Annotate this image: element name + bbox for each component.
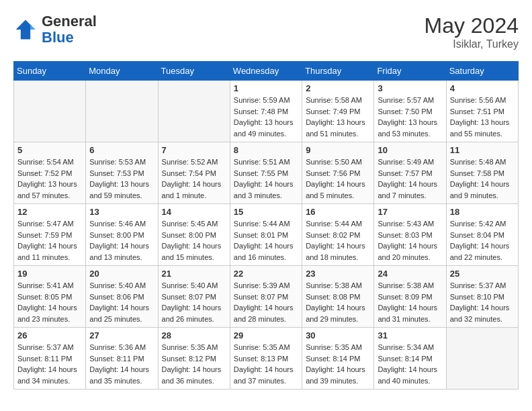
day-number: 5	[17, 145, 82, 155]
day-info: Sunrise: 5:35 AMSunset: 8:13 PMDaylight:…	[234, 342, 298, 386]
day-info: Sunrise: 5:36 AMSunset: 8:11 PMDaylight:…	[89, 342, 154, 386]
day-number: 19	[17, 269, 82, 279]
day-info: Sunrise: 5:50 AMSunset: 7:56 PMDaylight:…	[306, 156, 370, 201]
day-info: Sunrise: 5:56 AMSunset: 7:51 PMDaylight:…	[450, 95, 515, 139]
calendar-day-cell	[446, 328, 518, 390]
calendar-week-row: 5Sunrise: 5:54 AMSunset: 7:52 PMDaylight…	[14, 142, 519, 204]
logo-text: General Blue	[42, 13, 97, 46]
page-header: General Blue May 2024 Isiklar, Turkey	[13, 13, 519, 50]
day-header: Saturday	[446, 62, 518, 81]
day-number: 8	[234, 145, 298, 155]
day-number: 25	[450, 269, 515, 279]
day-info: Sunrise: 5:39 AMSunset: 8:07 PMDaylight:…	[234, 280, 298, 324]
calendar-day-cell: 9Sunrise: 5:50 AMSunset: 7:56 PMDaylight…	[302, 142, 374, 204]
calendar-day-cell: 12Sunrise: 5:47 AMSunset: 7:59 PMDayligh…	[14, 204, 86, 266]
day-info: Sunrise: 5:53 AMSunset: 7:53 PMDaylight:…	[89, 156, 154, 201]
day-number: 7	[162, 145, 226, 155]
day-number: 12	[17, 207, 82, 217]
calendar-day-cell: 26Sunrise: 5:37 AMSunset: 8:11 PMDayligh…	[14, 328, 86, 390]
day-number: 28	[162, 330, 226, 340]
day-info: Sunrise: 5:35 AMSunset: 8:14 PMDaylight:…	[306, 342, 370, 386]
day-info: Sunrise: 5:58 AMSunset: 7:49 PMDaylight:…	[306, 95, 370, 139]
logo: General Blue	[13, 13, 97, 46]
calendar-day-cell: 4Sunrise: 5:56 AMSunset: 7:51 PMDaylight…	[446, 81, 518, 142]
day-header: Tuesday	[158, 62, 230, 81]
calendar-header-row: SundayMondayTuesdayWednesdayThursdayFrid…	[14, 62, 519, 81]
day-info: Sunrise: 5:57 AMSunset: 7:50 PMDaylight:…	[378, 95, 442, 139]
calendar-day-cell: 23Sunrise: 5:38 AMSunset: 8:08 PMDayligh…	[302, 266, 374, 328]
logo-general: General	[42, 13, 97, 30]
day-header: Sunday	[14, 62, 86, 81]
calendar-day-cell: 8Sunrise: 5:51 AMSunset: 7:55 PMDaylight…	[230, 142, 302, 204]
day-number: 22	[234, 269, 298, 279]
day-number: 17	[378, 207, 442, 217]
day-number: 21	[162, 269, 226, 279]
calendar-day-cell: 31Sunrise: 5:34 AMSunset: 8:14 PMDayligh…	[374, 328, 446, 390]
calendar-week-row: 26Sunrise: 5:37 AMSunset: 8:11 PMDayligh…	[14, 328, 519, 390]
day-number: 24	[378, 269, 442, 279]
day-info: Sunrise: 5:38 AMSunset: 8:08 PMDaylight:…	[306, 280, 370, 324]
calendar-day-cell: 27Sunrise: 5:36 AMSunset: 8:11 PMDayligh…	[86, 328, 158, 390]
day-info: Sunrise: 5:52 AMSunset: 7:54 PMDaylight:…	[162, 156, 226, 201]
day-info: Sunrise: 5:48 AMSunset: 7:58 PMDaylight:…	[450, 156, 515, 201]
calendar-day-cell: 19Sunrise: 5:41 AMSunset: 8:05 PMDayligh…	[14, 266, 86, 328]
calendar-day-cell: 13Sunrise: 5:46 AMSunset: 8:00 PMDayligh…	[86, 204, 158, 266]
day-number: 23	[306, 269, 370, 279]
calendar-day-cell	[158, 81, 230, 142]
calendar-day-cell	[86, 81, 158, 142]
calendar-day-cell: 28Sunrise: 5:35 AMSunset: 8:12 PMDayligh…	[158, 328, 230, 390]
calendar-week-row: 1Sunrise: 5:59 AMSunset: 7:48 PMDaylight…	[14, 81, 519, 142]
day-info: Sunrise: 5:44 AMSunset: 8:02 PMDaylight:…	[306, 218, 370, 263]
calendar-day-cell: 20Sunrise: 5:40 AMSunset: 8:06 PMDayligh…	[86, 266, 158, 328]
day-info: Sunrise: 5:41 AMSunset: 8:05 PMDaylight:…	[17, 280, 82, 324]
day-number: 13	[89, 207, 154, 217]
day-info: Sunrise: 5:37 AMSunset: 8:11 PMDaylight:…	[17, 342, 82, 386]
day-number: 14	[162, 207, 226, 217]
day-info: Sunrise: 5:34 AMSunset: 8:14 PMDaylight:…	[378, 342, 442, 386]
day-info: Sunrise: 5:54 AMSunset: 7:52 PMDaylight:…	[17, 156, 82, 201]
day-number: 16	[306, 207, 370, 217]
day-header: Friday	[374, 62, 446, 81]
day-number: 2	[306, 83, 370, 93]
calendar-day-cell: 7Sunrise: 5:52 AMSunset: 7:54 PMDaylight…	[158, 142, 230, 204]
calendar-day-cell: 5Sunrise: 5:54 AMSunset: 7:52 PMDaylight…	[14, 142, 86, 204]
day-info: Sunrise: 5:59 AMSunset: 7:48 PMDaylight:…	[234, 95, 298, 139]
logo-blue: Blue	[42, 29, 74, 46]
day-number: 10	[378, 145, 442, 155]
day-header: Thursday	[302, 62, 374, 81]
calendar-day-cell: 6Sunrise: 5:53 AMSunset: 7:53 PMDaylight…	[86, 142, 158, 204]
calendar-day-cell: 1Sunrise: 5:59 AMSunset: 7:48 PMDaylight…	[230, 81, 302, 142]
calendar-day-cell: 30Sunrise: 5:35 AMSunset: 8:14 PMDayligh…	[302, 328, 374, 390]
calendar-day-cell: 2Sunrise: 5:58 AMSunset: 7:49 PMDaylight…	[302, 81, 374, 142]
calendar-day-cell: 29Sunrise: 5:35 AMSunset: 8:13 PMDayligh…	[230, 328, 302, 390]
location: Isiklar, Turkey	[424, 38, 519, 50]
calendar-day-cell: 15Sunrise: 5:44 AMSunset: 8:01 PMDayligh…	[230, 204, 302, 266]
day-number: 31	[378, 330, 442, 340]
day-number: 20	[89, 269, 154, 279]
calendar-day-cell: 21Sunrise: 5:40 AMSunset: 8:07 PMDayligh…	[158, 266, 230, 328]
day-info: Sunrise: 5:35 AMSunset: 8:12 PMDaylight:…	[162, 342, 226, 386]
calendar-day-cell: 24Sunrise: 5:38 AMSunset: 8:09 PMDayligh…	[374, 266, 446, 328]
day-number: 29	[234, 330, 298, 340]
day-info: Sunrise: 5:49 AMSunset: 7:57 PMDaylight:…	[378, 156, 442, 201]
day-number: 11	[450, 145, 515, 155]
calendar-day-cell	[14, 81, 86, 142]
calendar-day-cell: 17Sunrise: 5:43 AMSunset: 8:03 PMDayligh…	[374, 204, 446, 266]
day-number: 9	[306, 145, 370, 155]
title-block: May 2024 Isiklar, Turkey	[424, 13, 519, 50]
day-number: 15	[234, 207, 298, 217]
logo-icon	[13, 17, 38, 42]
calendar-day-cell: 22Sunrise: 5:39 AMSunset: 8:07 PMDayligh…	[230, 266, 302, 328]
day-info: Sunrise: 5:42 AMSunset: 8:04 PMDaylight:…	[450, 218, 515, 263]
day-info: Sunrise: 5:40 AMSunset: 8:07 PMDaylight:…	[162, 280, 226, 324]
day-info: Sunrise: 5:51 AMSunset: 7:55 PMDaylight:…	[234, 156, 298, 201]
day-info: Sunrise: 5:47 AMSunset: 7:59 PMDaylight:…	[17, 218, 82, 263]
day-header: Wednesday	[230, 62, 302, 81]
calendar-table: SundayMondayTuesdayWednesdayThursdayFrid…	[13, 61, 519, 390]
day-info: Sunrise: 5:40 AMSunset: 8:06 PMDaylight:…	[89, 280, 154, 324]
day-number: 27	[89, 330, 154, 340]
calendar-day-cell: 16Sunrise: 5:44 AMSunset: 8:02 PMDayligh…	[302, 204, 374, 266]
month-year: May 2024	[424, 13, 519, 38]
day-number: 3	[378, 83, 442, 93]
calendar-day-cell: 14Sunrise: 5:45 AMSunset: 8:00 PMDayligh…	[158, 204, 230, 266]
